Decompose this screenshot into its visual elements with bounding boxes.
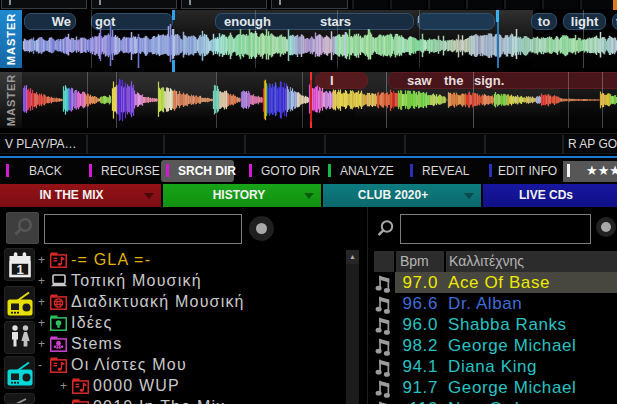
svg-text:1: 1: [16, 261, 23, 276]
